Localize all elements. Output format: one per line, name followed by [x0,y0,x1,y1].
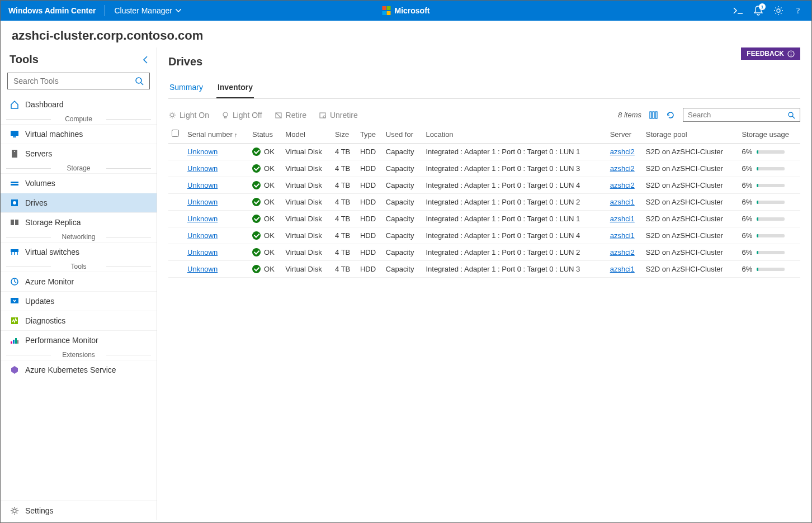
sidebar-item-updates[interactable]: Updates [1,291,157,311]
serial-link[interactable]: Unknown [187,265,218,273]
table-search[interactable] [683,108,800,122]
status-text: OK [264,248,275,256]
col-usedfor[interactable]: Used for [383,125,423,144]
sidebar-item-dashboard[interactable]: Dashboard [1,95,157,114]
ok-icon [252,198,261,206]
select-all[interactable] [168,125,184,144]
sidebar-search[interactable] [7,73,150,89]
size-cell: 4 TB [332,160,357,177]
row-checkbox-cell[interactable] [168,177,184,194]
server-link[interactable]: azshci2 [610,248,635,256]
col-usage[interactable]: Storage usage [738,125,800,144]
location-cell: Integrated : Adapter 1 : Port 0 : Target… [422,227,606,244]
server-link[interactable]: azshci2 [610,148,635,156]
feedback-button[interactable]: FEEDBACK [741,47,800,60]
sidebar-item-azure-monitor[interactable]: Azure Monitor [1,272,157,291]
tab-inventory[interactable]: Inventory [216,78,254,98]
server-link[interactable]: azshci1 [610,215,635,223]
sidebar-search-input[interactable] [13,77,135,85]
col-model[interactable]: Model [282,125,332,144]
table-header: Serial number Status Model Size Type Use… [168,125,800,144]
row-checkbox-cell[interactable] [168,211,184,227]
light-on-button[interactable]: Light On [168,111,209,120]
sidebar-item-performance-monitor[interactable]: Performance Monitor [1,330,157,350]
app-title[interactable]: Windows Admin Center [8,6,96,15]
table-row[interactable]: Unknown OK Virtual Disk 4 TB HDD Capacit… [168,244,800,261]
select-all-checkbox[interactable] [172,130,179,137]
table-row[interactable]: Unknown OK Virtual Disk 4 TB HDD Capacit… [168,177,800,194]
serial-link[interactable]: Unknown [187,215,218,223]
serial-link[interactable]: Unknown [187,164,218,173]
svg-rect-5 [13,136,16,137]
col-server[interactable]: Server [607,125,643,144]
sidebar-item-label: Performance Monitor [25,336,98,345]
table-row[interactable]: Unknown OK Virtual Disk 4 TB HDD Capacit… [168,160,800,177]
retire-button[interactable]: Retire [275,111,306,120]
tab-summary[interactable]: Summary [168,78,204,98]
table-row[interactable]: Unknown OK Virtual Disk 4 TB HDD Capacit… [168,261,800,278]
columns-icon[interactable] [649,111,658,119]
sidebar-item-diagnostics[interactable]: Diagnostics [1,311,157,330]
row-checkbox-cell[interactable] [168,144,184,160]
sidebar-item-virtual-switches[interactable]: Virtual switches [1,242,157,262]
notifications-icon[interactable]: 1 [753,6,763,16]
location-cell: Integrated : Adapter 1 : Port 0 : Target… [422,194,606,211]
table-row[interactable]: Unknown OK Virtual Disk 4 TB HDD Capacit… [168,144,800,160]
sidebar-item-servers[interactable]: Servers [1,144,157,163]
sidebar-item-settings[interactable]: Settings [1,501,157,520]
col-serial[interactable]: Serial number [184,125,249,144]
location-cell: Integrated : Adapter 1 : Port 0 : Target… [422,261,606,278]
table-search-input[interactable] [688,111,787,119]
row-checkbox-cell[interactable] [168,160,184,177]
sidebar-item-label: Updates [25,297,54,306]
table-row[interactable]: Unknown OK Virtual Disk 4 TB HDD Capacit… [168,227,800,244]
row-checkbox-cell[interactable] [168,194,184,211]
unretire-button[interactable]: Unretire [319,111,358,120]
collapse-sidebar-icon[interactable] [143,56,148,64]
col-pool[interactable]: Storage pool [643,125,739,144]
usedfor-cell: Capacity [383,211,423,227]
server-link[interactable]: azshci2 [610,181,635,189]
light-off-button[interactable]: Light Off [221,111,262,120]
virtual-machines-icon [10,129,20,139]
server-link[interactable]: azshci2 [610,164,635,173]
server-link[interactable]: azshci1 [610,265,635,273]
sidebar-item-virtual-machines[interactable]: Virtual machines [1,124,157,144]
location-cell: Integrated : Adapter 1 : Port 0 : Target… [422,160,606,177]
sidebar-item-storage-replica[interactable]: Storage Replica [1,212,157,232]
serial-link[interactable]: Unknown [187,148,218,156]
context-label: Cluster Manager [114,6,172,15]
serial-link[interactable]: Unknown [187,181,218,189]
table-row[interactable]: Unknown OK Virtual Disk 4 TB HDD Capacit… [168,194,800,211]
help-icon[interactable]: ? [794,6,804,16]
server-link[interactable]: azshci1 [610,198,635,206]
ok-icon [252,248,261,256]
usedfor-cell: Capacity [383,177,423,194]
row-checkbox-cell[interactable] [168,227,184,244]
refresh-icon[interactable] [666,111,675,120]
usage-pct: 6% [742,164,752,173]
svg-rect-24 [13,340,15,344]
row-checkbox-cell[interactable] [168,261,184,278]
sidebar-item-volumes[interactable]: Volumes [1,173,157,193]
sidebar-item-drives[interactable]: Drives [1,193,157,212]
svg-point-42 [789,112,793,117]
context-selector[interactable]: Cluster Manager [114,6,181,15]
col-location[interactable]: Location [422,125,606,144]
status-cell: OK [252,164,278,173]
serial-link[interactable]: Unknown [187,248,218,256]
serial-link[interactable]: Unknown [187,198,218,206]
col-type[interactable]: Type [357,125,383,144]
server-link[interactable]: azshci1 [610,231,635,240]
table-row[interactable]: Unknown OK Virtual Disk 4 TB HDD Capacit… [168,211,800,227]
type-cell: HDD [357,211,383,227]
settings-icon[interactable] [773,6,783,16]
row-checkbox-cell[interactable] [168,244,184,261]
console-icon[interactable] [733,6,743,16]
ok-icon [252,164,261,173]
col-size[interactable]: Size [332,125,357,144]
section-compute: Compute [1,114,157,124]
col-status[interactable]: Status [249,125,282,144]
serial-link[interactable]: Unknown [187,231,218,240]
sidebar-item-azure-kubernetes-service[interactable]: Azure Kubernetes Service [1,360,157,379]
